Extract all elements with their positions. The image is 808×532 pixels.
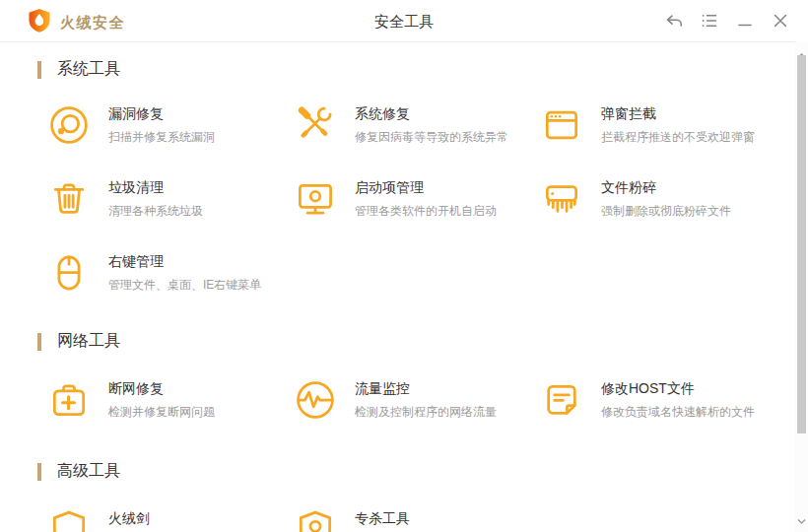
network-repair-icon bbox=[47, 378, 91, 422]
host-file-icon bbox=[540, 378, 583, 422]
tool-item-vulnerability-fix[interactable]: 漏洞修复 扫描并修复系统漏洞 bbox=[47, 103, 294, 147]
traffic-monitor-icon bbox=[294, 378, 337, 422]
tool-item-huorong-sword[interactable]: 火绒剑 bbox=[47, 508, 294, 532]
tool-row: 断网修复 检测并修复断网问题 流量监控 检测及控制程序的网络流量 bbox=[47, 378, 786, 422]
undo-arrow-icon bbox=[663, 10, 685, 32]
section-header-system-tools: 系统工具 bbox=[37, 59, 120, 80]
section-title: 网络工具 bbox=[57, 331, 120, 352]
app-window: 火绒安全 安全工具 bbox=[0, 0, 808, 532]
scrollbar-down-icon[interactable] bbox=[797, 511, 806, 529]
tool-title: 弹窗拦截 bbox=[601, 104, 755, 123]
tool-title: 修改HOST文件 bbox=[601, 379, 755, 398]
section-bar bbox=[37, 463, 41, 481]
close-button[interactable] bbox=[769, 9, 792, 33]
tool-desc: 拦截程序推送的不受欢迎弹窗 bbox=[601, 129, 755, 146]
startup-manager-icon bbox=[294, 177, 337, 221]
scrollbar-thumb[interactable] bbox=[797, 55, 806, 433]
tool-desc: 检测及控制程序的网络流量 bbox=[355, 404, 497, 421]
tool-title: 系统修复 bbox=[355, 104, 508, 123]
tool-item-startup-manager[interactable]: 启动项管理 管理各类软件的开机自启动 bbox=[294, 177, 540, 221]
tool-desc: 检测并修复断网问题 bbox=[108, 404, 215, 421]
tool-row: 漏洞修复 扫描并修复系统漏洞 系统修复 修复因病毒等导致的系统异常 bbox=[47, 103, 786, 147]
section-bar bbox=[37, 61, 41, 79]
tool-title: 流量监控 bbox=[355, 379, 497, 398]
tool-title: 火绒剑 bbox=[108, 509, 150, 528]
list-menu-icon bbox=[699, 10, 720, 32]
close-icon bbox=[770, 10, 791, 32]
context-menu-manager-icon bbox=[47, 251, 91, 295]
menu-button[interactable] bbox=[698, 9, 721, 33]
tool-title: 断网修复 bbox=[108, 379, 215, 398]
tool-title: 右键管理 bbox=[108, 252, 261, 271]
section-header-advanced-tools: 高级工具 bbox=[37, 461, 120, 482]
tool-desc: 扫描并修复系统漏洞 bbox=[108, 129, 215, 146]
section-title: 系统工具 bbox=[57, 59, 120, 80]
virus-killer-icon bbox=[294, 508, 337, 532]
tool-item-host-file[interactable]: 修改HOST文件 修改负责域名快速解析的文件 bbox=[540, 378, 786, 422]
tool-title: 启动项管理 bbox=[355, 178, 497, 197]
tool-title: 专杀工具 bbox=[355, 509, 410, 528]
tool-desc: 管理文件、桌面、IE右键菜单 bbox=[108, 277, 261, 294]
scrollbar[interactable] bbox=[795, 41, 808, 532]
minimize-button[interactable] bbox=[733, 9, 757, 33]
junk-clean-icon bbox=[47, 177, 91, 221]
file-shredder-icon bbox=[540, 177, 583, 221]
vulnerability-fix-icon bbox=[47, 103, 91, 147]
huorong-sword-icon bbox=[47, 508, 91, 532]
tool-desc: 管理各类软件的开机自启动 bbox=[355, 203, 497, 220]
tool-row: 右键管理 管理文件、桌面、IE右键菜单 bbox=[47, 251, 294, 295]
section-header-network-tools: 网络工具 bbox=[37, 331, 120, 352]
section-title: 高级工具 bbox=[57, 461, 120, 482]
back-button[interactable] bbox=[662, 9, 686, 33]
tool-item-file-shredder[interactable]: 文件粉碎 强制删除或彻底粉碎文件 bbox=[540, 177, 786, 221]
tool-desc: 修改负责域名快速解析的文件 bbox=[601, 404, 755, 421]
tool-desc: 清理各种系统垃圾 bbox=[108, 203, 203, 220]
tool-item-traffic-monitor[interactable]: 流量监控 检测及控制程序的网络流量 bbox=[294, 378, 540, 422]
tool-row: 垃圾清理 清理各种系统垃圾 启动项管理 管理各类软件的开机自启动 bbox=[47, 177, 786, 221]
tool-row: 火绒剑 专杀工具 bbox=[47, 508, 540, 532]
tool-item-junk-clean[interactable]: 垃圾清理 清理各种系统垃圾 bbox=[47, 177, 294, 221]
tool-title: 漏洞修复 bbox=[108, 104, 215, 123]
tool-item-system-repair[interactable]: 系统修复 修复因病毒等导致的系统异常 bbox=[294, 103, 540, 147]
tool-item-virus-killer[interactable]: 专杀工具 bbox=[294, 508, 540, 532]
tool-title: 垃圾清理 bbox=[108, 178, 203, 197]
tool-title: 文件粉碎 bbox=[601, 178, 731, 197]
tool-desc: 修复因病毒等导致的系统异常 bbox=[355, 129, 508, 146]
system-repair-icon bbox=[294, 103, 337, 147]
tool-item-context-menu-manager[interactable]: 右键管理 管理文件、桌面、IE右键菜单 bbox=[47, 251, 294, 295]
popup-block-icon bbox=[540, 103, 583, 147]
window-controls bbox=[662, 9, 792, 33]
minimize-icon bbox=[734, 10, 756, 32]
titlebar: 火绒安全 安全工具 bbox=[0, 0, 808, 42]
tool-item-popup-block[interactable]: 弹窗拦截 拦截程序推送的不受欢迎弹窗 bbox=[540, 103, 786, 147]
section-bar bbox=[37, 333, 41, 351]
tool-desc: 强制删除或彻底粉碎文件 bbox=[601, 203, 731, 220]
tool-item-network-repair[interactable]: 断网修复 检测并修复断网问题 bbox=[47, 378, 294, 422]
